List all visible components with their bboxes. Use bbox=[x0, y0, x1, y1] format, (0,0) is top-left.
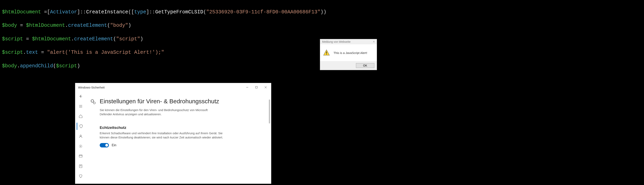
paren: ( bbox=[53, 63, 56, 69]
paren: ) bbox=[128, 22, 131, 28]
operator: = bbox=[23, 36, 32, 42]
variable: $htmlDocument bbox=[26, 22, 65, 28]
variable: $script bbox=[2, 36, 23, 42]
page-title: Einstellungen für Viren- & Bedrohungssch… bbox=[100, 98, 219, 105]
method: CreateInstance bbox=[86, 9, 128, 15]
shield-icon[interactable] bbox=[77, 123, 85, 130]
scrollbar-thumb[interactable] bbox=[269, 100, 270, 124]
method: createElement bbox=[74, 36, 113, 42]
paren: ( bbox=[203, 9, 206, 15]
toggle-label: Ein bbox=[112, 144, 116, 147]
operator: = bbox=[17, 22, 26, 28]
maximize-button[interactable] bbox=[252, 84, 261, 90]
page-description: Sie können die Einstellungen für den Vir… bbox=[100, 108, 220, 116]
scope-op: :: bbox=[149, 9, 155, 15]
realtime-protection-section: Echtzeitschutz Erkennt Schadsoftware und… bbox=[100, 126, 263, 148]
device-security-icon[interactable] bbox=[77, 163, 85, 170]
string: "25336920-03F9-11cf-8FD0-00AA00686F13" bbox=[206, 9, 320, 15]
bracket: [ bbox=[131, 9, 134, 15]
window-title: Windows-Sicherheit bbox=[78, 86, 105, 89]
code-line-1: $htmlDocument =[Activator]::CreateInstan… bbox=[2, 9, 642, 15]
home-icon[interactable] bbox=[77, 113, 85, 120]
svg-rect-15 bbox=[79, 165, 82, 168]
svg-point-19 bbox=[93, 102, 95, 104]
menu-icon[interactable] bbox=[77, 103, 85, 110]
operator: = bbox=[41, 9, 47, 15]
dot: . bbox=[23, 49, 26, 55]
method: appendChild bbox=[20, 63, 53, 69]
window-content: Einstellungen für Viren- & Bedrohungssch… bbox=[75, 91, 271, 184]
alert-dialog: Meldung von Webseite × This is a JavaScr… bbox=[320, 39, 377, 70]
string: "script" bbox=[116, 36, 140, 42]
main-panel: Einstellungen für Viren- & Bedrohungssch… bbox=[86, 91, 271, 184]
back-button[interactable] bbox=[77, 93, 85, 100]
bracket: ] bbox=[77, 9, 80, 15]
section-title: Echtzeitschutz bbox=[100, 126, 263, 130]
dialog-footer: OK bbox=[320, 61, 377, 70]
windows-security-window: Windows-Sicherheit bbox=[75, 83, 271, 184]
variable: $body bbox=[2, 63, 17, 69]
section-description: Erkennt Schadsoftware und verhindert ihr… bbox=[100, 131, 224, 140]
svg-point-12 bbox=[80, 146, 81, 147]
method: GetTypeFromCLSID bbox=[155, 9, 203, 15]
window-controls bbox=[243, 84, 270, 90]
page-header: Einstellungen für Viren- & Bedrohungssch… bbox=[90, 98, 263, 105]
toggle-knob bbox=[105, 144, 108, 147]
warning-icon bbox=[323, 49, 330, 56]
svg-rect-2 bbox=[326, 54, 327, 54]
type: type bbox=[134, 9, 146, 15]
close-button[interactable] bbox=[261, 84, 270, 90]
svg-rect-1 bbox=[326, 51, 327, 54]
device-performance-icon[interactable] bbox=[77, 173, 85, 180]
app-browser-icon[interactable] bbox=[77, 153, 85, 160]
paren: ) bbox=[77, 63, 80, 69]
account-icon[interactable] bbox=[77, 133, 85, 140]
dialog-message: This is a JavaScript Alert! bbox=[334, 51, 367, 54]
type: Activator bbox=[50, 9, 77, 15]
dialog-title: Meldung von Webseite bbox=[322, 40, 350, 43]
dot: . bbox=[17, 63, 20, 69]
dialog-titlebar[interactable]: Meldung von Webseite × bbox=[320, 39, 377, 44]
firewall-icon[interactable] bbox=[77, 143, 85, 150]
minimize-button[interactable] bbox=[243, 84, 252, 90]
paren: ( bbox=[128, 9, 131, 15]
toggle-row: Ein bbox=[100, 143, 263, 148]
sidebar bbox=[75, 91, 86, 184]
scrollbar[interactable] bbox=[268, 91, 271, 184]
dialog-body: This is a JavaScript Alert! bbox=[320, 44, 377, 61]
svg-point-11 bbox=[80, 135, 82, 136]
svg-rect-13 bbox=[79, 155, 82, 157]
method: createElement bbox=[68, 22, 107, 28]
variable: $htmlDocument bbox=[2, 9, 41, 15]
string: "alert('This is a JavaScript Alert!');" bbox=[47, 49, 164, 55]
scope-op: :: bbox=[80, 9, 86, 15]
ok-button[interactable]: OK bbox=[356, 63, 374, 68]
paren: ( bbox=[113, 36, 116, 42]
variable: $script bbox=[2, 49, 23, 55]
paren: ( bbox=[107, 22, 110, 28]
dot: . bbox=[65, 22, 68, 28]
close-icon[interactable]: × bbox=[373, 40, 375, 43]
svg-rect-4 bbox=[256, 86, 258, 88]
string: "body" bbox=[110, 22, 128, 28]
variable: $htmlDocument bbox=[32, 36, 71, 42]
variable: $body bbox=[2, 22, 17, 28]
paren: )) bbox=[320, 9, 326, 15]
window-titlebar[interactable]: Windows-Sicherheit bbox=[75, 83, 271, 91]
code-line-2: $body = $htmlDocument.createElement("bod… bbox=[2, 22, 642, 29]
bracket: [ bbox=[47, 9, 50, 15]
realtime-toggle[interactable] bbox=[100, 143, 109, 148]
bracket: ] bbox=[146, 9, 149, 15]
property: text bbox=[26, 49, 38, 55]
variable: $script bbox=[56, 63, 77, 69]
paren: ) bbox=[140, 36, 143, 42]
operator: = bbox=[38, 49, 47, 55]
dot: . bbox=[71, 36, 74, 42]
gear-icon bbox=[90, 99, 96, 105]
